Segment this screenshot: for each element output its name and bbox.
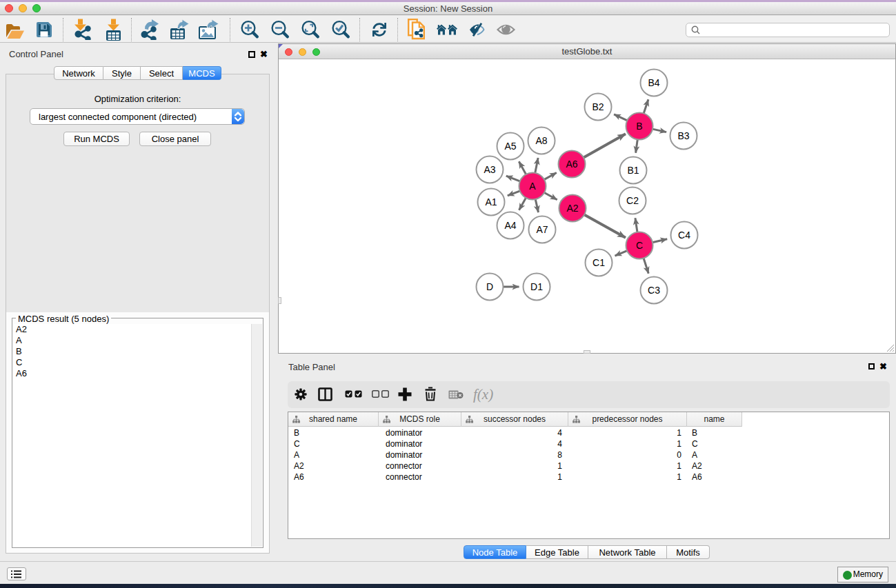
svg-text:A6: A6 xyxy=(566,159,577,170)
svg-text:C1: C1 xyxy=(593,257,605,268)
svg-text:B2: B2 xyxy=(592,101,604,112)
svg-text:B3: B3 xyxy=(677,130,689,141)
svg-text:B1: B1 xyxy=(627,165,639,176)
svg-text:A2: A2 xyxy=(566,203,578,214)
svg-text:C4: C4 xyxy=(678,230,690,241)
svg-text:A8: A8 xyxy=(535,135,547,146)
svg-text:A4: A4 xyxy=(504,220,516,231)
svg-text:A7: A7 xyxy=(536,224,548,235)
svg-text:C3: C3 xyxy=(648,285,660,296)
svg-text:D1: D1 xyxy=(530,281,543,292)
svg-text:A1: A1 xyxy=(485,196,497,207)
svg-text:A3: A3 xyxy=(484,164,495,175)
svg-text:D: D xyxy=(486,281,493,292)
svg-text:B: B xyxy=(636,121,642,132)
svg-text:A: A xyxy=(529,181,536,192)
svg-text:A5: A5 xyxy=(504,141,516,152)
svg-text:C: C xyxy=(636,240,643,251)
svg-text:B4: B4 xyxy=(648,77,659,88)
svg-text:C2: C2 xyxy=(626,195,639,206)
